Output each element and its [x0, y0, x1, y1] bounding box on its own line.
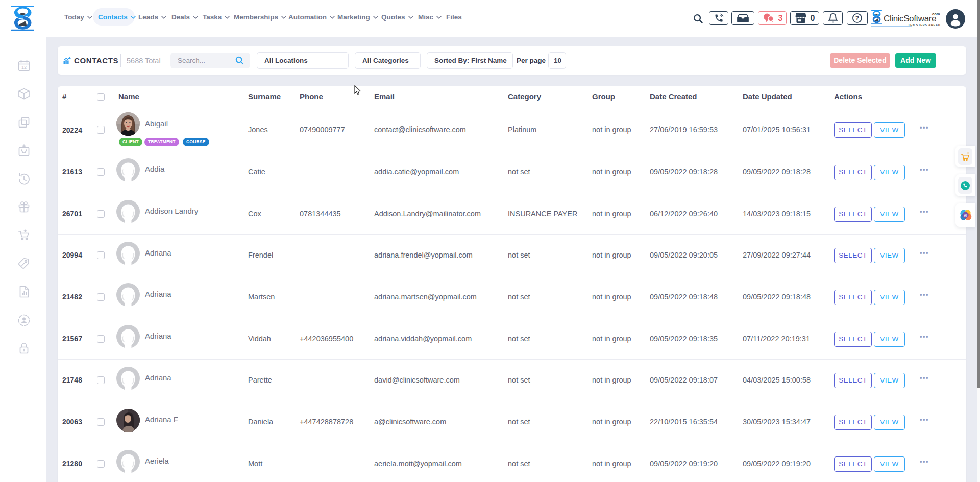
svg-text:AI: AI — [963, 214, 967, 218]
svg-text:12: 12 — [21, 65, 27, 70]
svg-text:?: ? — [855, 15, 859, 22]
